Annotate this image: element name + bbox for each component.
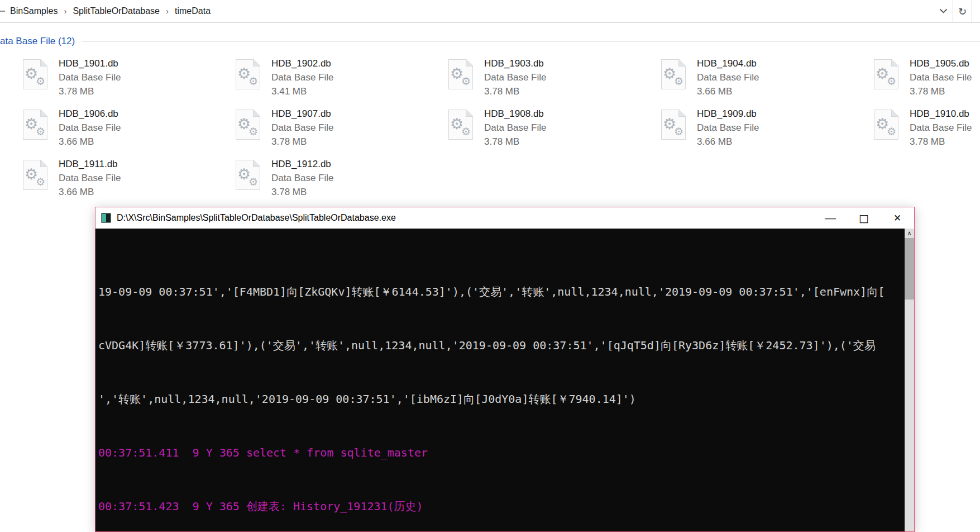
gear-icon: ⚙: [887, 76, 896, 87]
breadcrumb-separator-icon: ›: [166, 6, 169, 16]
file-tile[interactable]: ⚙ ⚙ HDB_1909.db Data Base File 3.66 MB: [661, 105, 874, 155]
file-meta: HDB_1910.db Data Base File 3.78 MB: [910, 107, 972, 155]
file-size: 3.66 MB: [59, 185, 121, 199]
page-fold-icon: [40, 59, 47, 66]
file-tile[interactable]: ⚙ ⚙ HDB_1912.db Data Base File 3.78 MB: [236, 155, 448, 206]
file-size: 3.78 MB: [484, 84, 547, 98]
file-type: Data Base File: [910, 121, 972, 135]
close-button[interactable]: ✕: [881, 207, 914, 229]
file-type: Data Base File: [59, 121, 121, 135]
gear-icon: ⚙: [461, 76, 471, 87]
database-file-icon: ⚙ ⚙: [874, 59, 898, 89]
file-name: HDB_1901.db: [59, 56, 121, 70]
clipped-nav-icon: [0, 11, 5, 12]
page-fold-icon: [466, 110, 473, 117]
file-tile[interactable]: ⚙ ⚙ HDB_1903.db Data Base File 3.78 MB: [448, 55, 661, 105]
gear-icon: ⚙: [887, 126, 896, 137]
file-meta: HDB_1912.db Data Base File 3.78 MB: [271, 157, 334, 206]
file-type: Data Base File: [271, 70, 334, 84]
breadcrumb-separator-icon: ›: [64, 6, 66, 16]
console-line: 00:37:51.411 9 Y 365 select * from sqlit…: [98, 446, 905, 459]
database-file-icon: ⚙ ⚙: [236, 110, 260, 140]
address-dropdown-button[interactable]: [934, 0, 953, 22]
file-meta: HDB_1911.db Data Base File 3.66 MB: [59, 157, 121, 206]
database-file-icon: ⚙ ⚙: [236, 59, 260, 89]
page-fold-icon: [253, 160, 260, 167]
file-meta: HDB_1901.db Data Base File 3.78 MB: [59, 56, 121, 105]
file-size: 3.78 MB: [484, 135, 547, 149]
gear-icon: ⚙: [461, 126, 471, 137]
group-header-label[interactable]: ata Base File (12): [0, 36, 82, 47]
file-name: HDB_1909.db: [697, 107, 759, 121]
file-name: HDB_1908.db: [484, 107, 547, 121]
file-type: Data Base File: [910, 70, 972, 84]
file-type: Data Base File: [484, 121, 547, 135]
file-type: Data Base File: [59, 70, 121, 84]
file-tile[interactable]: ⚙ ⚙ HDB_1902.db Data Base File 3.41 MB: [236, 55, 448, 105]
page-fold-icon: [253, 59, 260, 66]
scrollbar-thumb[interactable]: [905, 238, 914, 300]
chevron-down-icon: [939, 8, 948, 14]
file-tile[interactable]: ⚙ ⚙ HDB_1910.db Data Base File 3.78 MB: [874, 105, 980, 155]
database-file-icon: ⚙ ⚙: [236, 160, 260, 190]
file-size: 3.78 MB: [271, 185, 334, 199]
file-type: Data Base File: [271, 121, 334, 135]
file-name: HDB_1907.db: [271, 107, 334, 121]
file-name: HDB_1906.db: [59, 107, 121, 121]
console-line: 00:37:51.423 9 Y 365 创建表: History_191231…: [98, 500, 905, 513]
breadcrumb-item-binsamples[interactable]: BinSamples: [10, 6, 58, 16]
file-tile[interactable]: ⚙ ⚙ HDB_1905.db Data Base File 3.78 MB: [874, 55, 980, 105]
file-meta: HDB_1902.db Data Base File 3.41 MB: [271, 56, 334, 105]
file-type: Data Base File: [697, 70, 759, 84]
console-app-icon: [101, 213, 111, 223]
file-name: HDB_1905.db: [910, 56, 972, 70]
file-tile[interactable]: ⚙ ⚙ HDB_1911.db Data Base File 3.66 MB: [23, 155, 236, 206]
page-fold-icon: [678, 110, 686, 117]
address-bar-controls: ↻: [934, 0, 980, 22]
database-file-icon: ⚙ ⚙: [661, 110, 686, 140]
group-header-line: [82, 41, 980, 42]
console-title-bar[interactable]: D:\X\Src\BinSamples\SplitTableOrDatabase…: [95, 207, 914, 229]
gear-icon: ⚙: [674, 76, 683, 87]
file-type: Data Base File: [697, 121, 759, 135]
file-name: HDB_1902.db: [271, 56, 334, 70]
file-name: HDB_1910.db: [910, 107, 972, 121]
minimize-button[interactable]: —: [814, 207, 847, 229]
file-tile[interactable]: ⚙ ⚙ HDB_1901.db Data Base File 3.78 MB: [23, 55, 236, 105]
file-tile[interactable]: ⚙ ⚙ HDB_1906.db Data Base File 3.66 MB: [23, 105, 236, 155]
gear-icon: ⚙: [36, 126, 45, 137]
refresh-button[interactable]: ↻: [953, 0, 972, 22]
database-file-icon: ⚙ ⚙: [23, 160, 47, 190]
maximize-button[interactable]: □: [847, 207, 881, 229]
breadcrumb-item-timedata[interactable]: timeData: [175, 6, 211, 16]
file-meta: HDB_1907.db Data Base File 3.78 MB: [271, 107, 334, 155]
database-file-icon: ⚙ ⚙: [23, 59, 47, 89]
spacer: [972, 0, 980, 22]
file-tile[interactable]: ⚙ ⚙ HDB_1904.db Data Base File 3.66 MB: [661, 55, 874, 105]
file-tile[interactable]: ⚙ ⚙ HDB_1908.db Data Base File 3.78 MB: [448, 105, 661, 155]
scrollbar-up-arrow-icon[interactable]: ∧: [905, 229, 914, 238]
breadcrumb-item-splittableordatabase[interactable]: SplitTableOrDatabase: [73, 6, 160, 16]
page-fold-icon: [891, 110, 898, 117]
gear-icon: ⚙: [36, 177, 45, 187]
file-tile[interactable]: ⚙ ⚙ HDB_1907.db Data Base File 3.78 MB: [236, 105, 448, 155]
breadcrumb: BinSamples › SplitTableOrDatabase › time…: [10, 6, 211, 16]
file-size: 3.78 MB: [271, 135, 334, 149]
gear-icon: ⚙: [248, 126, 258, 137]
console-app-icon-inner: [102, 214, 106, 222]
file-size: 3.66 MB: [697, 135, 759, 149]
console-line: ','转账',null,1234,null,'2019-09-09 00:37:…: [98, 392, 905, 406]
file-meta: HDB_1903.db Data Base File 3.78 MB: [484, 56, 547, 105]
file-size: 3.66 MB: [697, 84, 759, 98]
files-grid: ⚙ ⚙ HDB_1901.db Data Base File 3.78 MB ⚙…: [0, 55, 980, 206]
database-file-icon: ⚙ ⚙: [661, 59, 686, 89]
page-fold-icon: [466, 59, 473, 66]
file-name: HDB_1912.db: [271, 157, 334, 171]
page-fold-icon: [40, 110, 47, 117]
group-header: ata Base File (12): [0, 35, 980, 48]
page-fold-icon: [40, 160, 47, 167]
file-name: HDB_1904.db: [697, 56, 759, 70]
console-line: 19-09-09 00:37:51','[F4MBD1]向[ZkGQKv]转账[…: [98, 285, 905, 298]
database-file-icon: ⚙ ⚙: [448, 110, 473, 140]
console-scrollbar[interactable]: ∧: [905, 229, 914, 531]
